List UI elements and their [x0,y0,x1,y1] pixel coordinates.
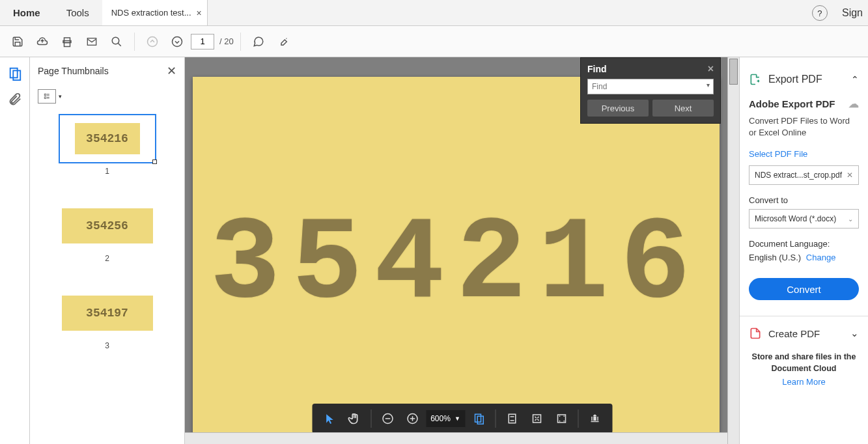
help-icon[interactable]: ? [812,5,828,21]
email-icon[interactable] [81,31,103,53]
thumbnails-panel: Page Thumbnails ✕ 354216 1 354256 2 3541… [30,57,185,444]
svg-rect-7 [44,94,46,96]
create-pdf-label: Create PDF [768,328,820,339]
sign-in-button[interactable]: Sign [837,0,868,25]
find-dialog: Find × Previous Next [580,57,721,124]
thumbnail-page-1[interactable]: 354216 1 [34,115,180,176]
attachments-rail-icon[interactable] [8,92,22,107]
svg-point-2 [112,37,119,44]
zoom-out-icon[interactable] [376,408,399,430]
thumbnail-page-2[interactable]: 354256 2 [34,202,180,263]
thumbnail-list[interactable]: 354216 1 354256 2 354197 3 [30,108,184,444]
convert-to-value: Microsoft Word (*.docx) [755,214,836,223]
find-previous-button[interactable]: Previous [587,100,649,117]
read-mode-icon[interactable] [583,408,606,430]
chevron-up-icon: ⌃ [851,74,859,85]
horizontal-scrollbar[interactable] [185,432,727,444]
document-language-label: Document Language: [749,239,859,249]
tab-bar: Home Tools NDS extraction test... × ? Si… [0,0,868,26]
svg-rect-0 [64,42,70,46]
clear-file-icon[interactable]: ✕ [847,171,853,180]
close-icon[interactable]: × [197,8,202,18]
floating-toolbar: 600%▼ [312,404,612,434]
selected-file-name: NDS extract...st_crop.pdf [755,171,842,180]
export-pdf-label: Export PDF [768,74,822,85]
document-view[interactable]: 354216 Find × Previous Next 600%▼ [185,57,739,444]
hand-tool-icon[interactable] [343,408,365,430]
select-pdf-link[interactable]: Select PDF File [749,149,859,159]
export-subtitle: Convert PDF Files to Word or Excel Onlin… [749,115,859,139]
tab-document-label: NDS extraction test... [111,8,191,18]
toolbar: / 20 [0,26,868,57]
close-thumbnails-icon[interactable]: ✕ [167,64,176,78]
thumbnail-number: 3 [105,341,109,350]
find-input[interactable] [587,79,714,94]
thumbnail-number: 2 [105,254,109,263]
export-pdf-section[interactable]: Export PDF ⌃ [749,73,859,86]
find-next-button[interactable]: Next [652,100,714,117]
print-icon[interactable] [56,31,78,53]
page-content: 354216 [193,77,720,444]
cloud-icon: ☁ [848,98,859,110]
thumbnail-options-button[interactable] [38,89,56,104]
fit-page-icon[interactable] [501,408,523,430]
page-up-icon[interactable] [141,31,163,53]
find-title: Find [587,64,607,74]
svg-rect-20 [509,414,516,423]
adobe-export-title: Adobe Export PDF [749,98,835,109]
tools-panel: Export PDF ⌃ Adobe Export PDF ☁ Convert … [739,57,868,444]
close-find-icon[interactable]: × [708,63,714,75]
store-share-text: Store and share files in the Document Cl… [740,340,868,377]
search-icon[interactable] [105,31,128,53]
thumbnail-content: 354216 [75,123,140,154]
cloud-upload-icon[interactable] [31,31,53,53]
highlight-icon[interactable] [272,31,294,53]
thumbnail-number: 1 [105,167,109,176]
convert-to-select[interactable]: Microsoft Word (*.docx) ⌄ [749,209,859,229]
page-number-input[interactable] [191,34,214,49]
svg-point-3 [148,36,158,46]
fullscreen-icon[interactable] [550,408,572,430]
change-language-link[interactable]: Change [806,253,836,262]
svg-rect-21 [533,415,540,423]
chevron-down-icon: ⌄ [848,215,853,223]
page-text: 354216 [210,199,702,331]
select-tool-icon[interactable] [318,408,341,430]
document-language-value: English (U.S.) [749,253,801,262]
tab-document[interactable]: NDS extraction test... × [102,0,208,25]
svg-rect-5 [10,68,17,78]
chevron-down-icon: ⌄ [850,327,859,339]
thumbnails-rail-icon[interactable] [8,66,22,81]
comment-icon[interactable] [247,31,270,53]
thumbnail-content: 354256 [62,208,153,243]
selected-file-field[interactable]: NDS extract...st_crop.pdf ✕ [749,165,859,185]
create-pdf-section[interactable]: Create PDF ⌄ [749,327,859,340]
left-rail [0,57,30,444]
fit-width-icon[interactable] [468,408,490,430]
zoom-fit-icon[interactable] [525,408,548,430]
zoom-in-icon[interactable] [401,408,423,430]
page-total-label: / 20 [219,36,234,46]
convert-to-label: Convert to [749,195,859,205]
svg-rect-10 [44,97,46,99]
vertical-scrollbar[interactable] [727,57,739,444]
tab-home[interactable]: Home [0,0,53,25]
svg-point-4 [173,36,182,46]
save-icon[interactable] [7,31,29,53]
tab-tools[interactable]: Tools [53,0,102,25]
convert-button[interactable]: Convert [749,278,859,300]
learn-more-link[interactable]: Learn More [740,377,868,391]
thumbnails-title: Page Thumbnails [38,66,109,76]
thumbnail-content: 354197 [62,296,153,331]
page-down-icon[interactable] [166,31,188,53]
zoom-level-select[interactable]: 600%▼ [426,410,465,427]
thumbnail-page-3[interactable]: 354197 3 [34,289,180,350]
